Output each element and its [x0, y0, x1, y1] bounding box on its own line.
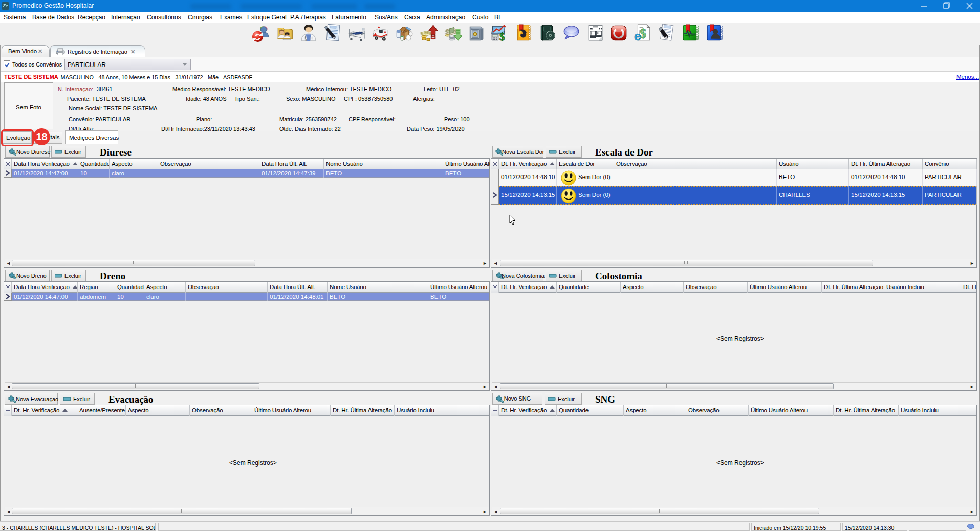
svg-text:e: e	[634, 29, 641, 42]
svg-text:$: $	[499, 31, 505, 42]
